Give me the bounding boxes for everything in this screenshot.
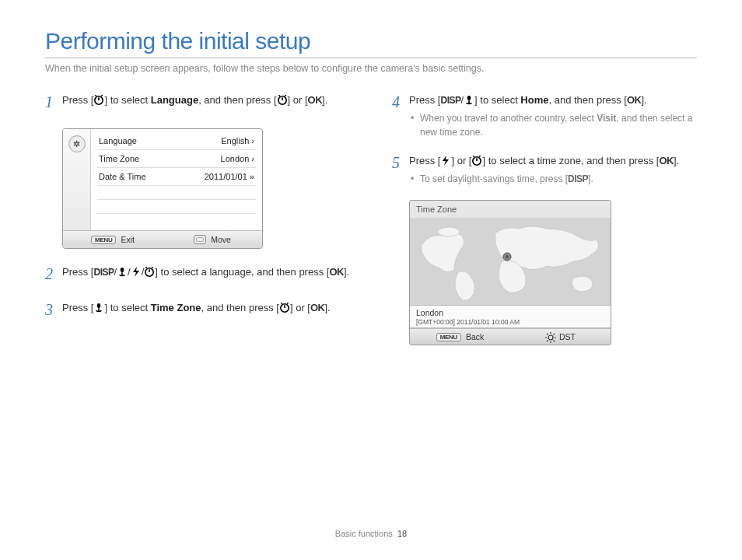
flash-icon bbox=[131, 266, 142, 277]
text: To set daylight-savings time, press [ bbox=[420, 173, 568, 184]
page-footer: Basic functions 18 bbox=[0, 529, 742, 538]
page-title: Performing the initial setup bbox=[45, 28, 697, 58]
row-value: London bbox=[221, 154, 254, 163]
row-value: 2011/01/01 bbox=[205, 172, 254, 181]
text-bold: Time Zone bbox=[151, 302, 201, 313]
move-label: Move bbox=[211, 235, 231, 244]
text: ]. bbox=[641, 94, 646, 106]
text: ] to select a language, and then press [ bbox=[155, 266, 329, 278]
text: Press [ bbox=[62, 266, 93, 278]
ok-label: OK bbox=[310, 302, 325, 313]
text: , and then press [ bbox=[198, 94, 276, 106]
settings-row-language: Language English bbox=[97, 132, 256, 150]
macro-icon bbox=[464, 94, 474, 105]
world-map bbox=[410, 218, 611, 305]
page-subtitle: When the initial setup screen appears, f… bbox=[45, 63, 697, 74]
text: Press [ bbox=[62, 302, 93, 313]
dst-label: DST bbox=[559, 332, 576, 341]
timer-icon bbox=[277, 94, 288, 105]
menu-button-icon: MENU bbox=[91, 236, 116, 244]
footer-page: 18 bbox=[397, 529, 407, 538]
step-number: 3 bbox=[45, 298, 62, 322]
svg-point-10 bbox=[438, 227, 460, 236]
text: , and then press [ bbox=[548, 94, 626, 106]
location-timezone: [GMT+00:00] 2011/01/01 10:00 AM bbox=[416, 318, 604, 326]
settings-row-datetime: Date & Time 2011/01/01 bbox=[97, 168, 256, 186]
step-1: 1 Press [] to select Language, and then … bbox=[45, 93, 350, 114]
sub-bullet: To set daylight-savings time, press [DIS… bbox=[409, 172, 697, 186]
row-label: Time Zone bbox=[99, 154, 139, 163]
panel-footer: MENU Exit Move bbox=[63, 230, 262, 248]
text: ] to select bbox=[104, 302, 150, 313]
macro-icon bbox=[93, 302, 104, 313]
disp-label: DISP bbox=[568, 173, 588, 184]
exit-label: Exit bbox=[121, 235, 135, 244]
dpad-icon bbox=[194, 235, 206, 244]
timezone-panel: Time Zone bbox=[409, 200, 611, 345]
ok-label: OK bbox=[308, 94, 323, 106]
text: Press [ bbox=[409, 155, 440, 166]
step-number: 4 bbox=[392, 90, 409, 114]
settings-panel: ✲ Language English Time Zone London Date… bbox=[62, 128, 263, 249]
text: ] to select bbox=[474, 94, 520, 106]
text: ]. bbox=[674, 155, 679, 166]
disp-label: DISP bbox=[93, 267, 114, 278]
text: ] or [ bbox=[288, 94, 308, 106]
ok-label: OK bbox=[627, 94, 642, 106]
svg-point-12 bbox=[506, 255, 509, 258]
text-bold: Language bbox=[151, 94, 198, 106]
sub-bullet: When you travel to another country, sele… bbox=[409, 111, 697, 139]
macro-icon bbox=[117, 266, 128, 277]
gear-icon: ✲ bbox=[68, 135, 86, 152]
text: ] to select bbox=[104, 94, 150, 106]
text: Press [ bbox=[62, 94, 93, 106]
back-label: Back bbox=[466, 332, 484, 341]
footer-section: Basic functions bbox=[335, 529, 393, 538]
step-2: 2 Press [DISP///] to select a language, … bbox=[45, 264, 350, 286]
step-4: 4 Press [DISP/] to select Home, and then… bbox=[392, 93, 697, 139]
location-name: London bbox=[416, 308, 604, 318]
timer-icon bbox=[471, 155, 482, 166]
ok-label: OK bbox=[659, 155, 674, 166]
text: ]. bbox=[344, 266, 349, 278]
gear-column: ✲ bbox=[63, 129, 91, 230]
left-column: 1 Press [] to select Language, and then … bbox=[45, 93, 350, 345]
panel-title: Time Zone bbox=[410, 201, 611, 218]
ok-label: OK bbox=[329, 266, 344, 278]
timer-icon bbox=[279, 302, 290, 313]
disp-label: DISP bbox=[440, 95, 460, 106]
text: ] or [ bbox=[451, 155, 471, 166]
right-column: 4 Press [DISP/] to select Home, and then… bbox=[392, 93, 697, 345]
text: When you travel to another country, sele… bbox=[420, 113, 597, 124]
step-number: 2 bbox=[45, 262, 62, 286]
text: ]. bbox=[588, 173, 593, 184]
text: ]. bbox=[324, 302, 330, 313]
text-bold: Visit bbox=[597, 113, 616, 124]
text: , and then press [ bbox=[201, 302, 279, 313]
menu-button-icon: MENU bbox=[436, 333, 461, 341]
settings-row-timezone: Time Zone London bbox=[97, 150, 256, 168]
step-5: 5 Press [] or [] to select a time zone, … bbox=[392, 153, 697, 186]
flash-icon bbox=[440, 155, 451, 166]
text-bold: Home bbox=[520, 94, 548, 106]
panel-footer: MENU Back DST bbox=[410, 328, 611, 345]
text: ] to select a time zone, and then press … bbox=[482, 155, 659, 166]
step-number: 1 bbox=[45, 90, 62, 114]
timer-icon bbox=[93, 94, 104, 105]
text: ]. bbox=[322, 94, 327, 106]
row-label: Date & Time bbox=[99, 172, 146, 181]
location-bar: London [GMT+00:00] 2011/01/01 10:00 AM bbox=[410, 305, 611, 328]
text: ] or [ bbox=[290, 302, 310, 313]
timer-icon bbox=[144, 266, 155, 277]
sun-icon bbox=[545, 332, 555, 341]
text: Press [ bbox=[409, 94, 440, 106]
step-3: 3 Press [] to select Time Zone, and then… bbox=[45, 300, 350, 322]
step-number: 5 bbox=[392, 151, 409, 175]
row-label: Language bbox=[99, 136, 137, 145]
row-value: English bbox=[221, 136, 254, 145]
